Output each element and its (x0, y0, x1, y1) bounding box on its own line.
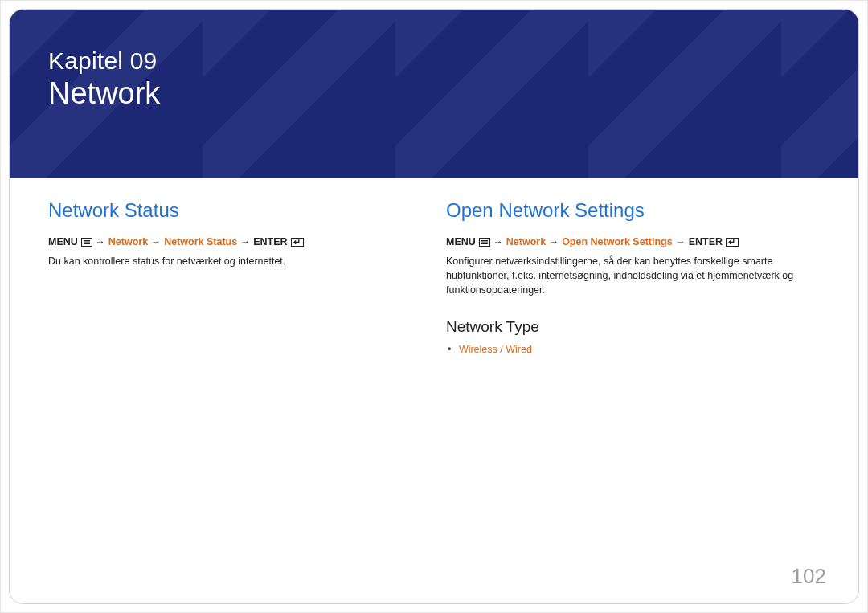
chapter-title: Network (48, 76, 820, 112)
option-wireless: Wireless (459, 344, 497, 355)
nav-item-open-network-settings: Open Network Settings (562, 236, 673, 247)
enter-icon (726, 238, 739, 247)
nav-menu-label: MENU (446, 236, 476, 247)
right-column: Open Network Settings MENU → Network → O… (446, 199, 820, 355)
chapter-number: Kapitel 09 (48, 46, 820, 76)
arrow-icon: → (676, 236, 686, 247)
option-separator: / (497, 344, 506, 355)
nav-path-open-network-settings: MENU → Network → Open Network Settings →… (446, 236, 820, 247)
nav-item-network-status: Network Status (164, 236, 237, 247)
chapter-banner: Kapitel 09 Network (10, 10, 858, 178)
nav-item-network: Network (108, 236, 148, 247)
nav-enter-label: ENTER (689, 236, 723, 247)
menu-icon (81, 238, 92, 247)
document-page: Kapitel 09 Network Network Status MENU →… (0, 0, 868, 613)
arrow-icon: → (549, 236, 559, 247)
nav-path-network-status: MENU → Network → Network Status → ENTER (48, 236, 422, 247)
nav-menu-label: MENU (48, 236, 78, 247)
enter-icon (291, 238, 304, 247)
network-type-options: Wireless / Wired (457, 344, 820, 355)
nav-enter-label: ENTER (253, 236, 287, 247)
arrow-icon: → (493, 236, 503, 247)
section-heading-open-network-settings: Open Network Settings (446, 199, 820, 222)
arrow-icon: → (96, 236, 105, 247)
option-wired: Wired (506, 344, 532, 355)
subsection-heading-network-type: Network Type (446, 318, 820, 336)
page-inner: Kapitel 09 Network Network Status MENU →… (9, 9, 859, 604)
content-columns: Network Status MENU → Network → Network … (10, 178, 858, 355)
open-network-settings-description: Konfigurer netværksindstillingerne, så d… (446, 254, 820, 297)
section-heading-network-status: Network Status (48, 199, 422, 222)
page-number: 102 (792, 564, 826, 589)
arrow-icon: → (240, 236, 250, 247)
network-status-description: Du kan kontrollere status for netværket … (48, 254, 422, 268)
menu-icon (479, 238, 490, 247)
nav-item-network: Network (506, 236, 546, 247)
left-column: Network Status MENU → Network → Network … (48, 199, 422, 355)
arrow-icon: → (151, 236, 161, 247)
